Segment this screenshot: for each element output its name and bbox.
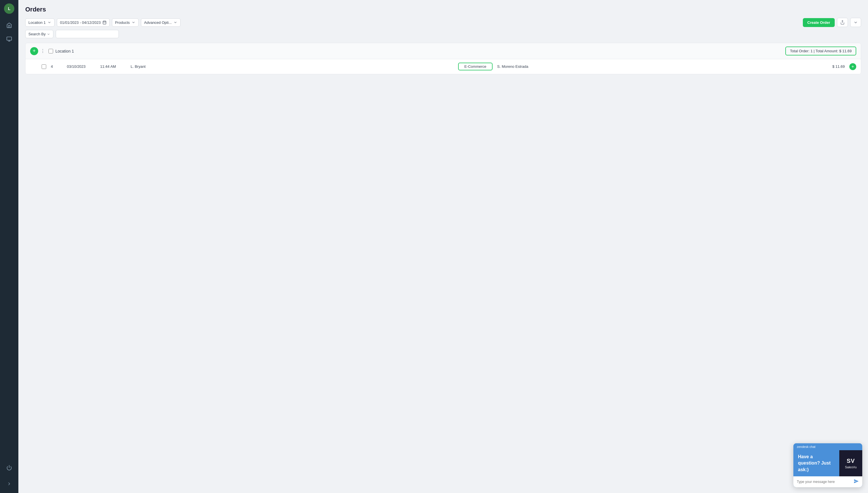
page-title: Orders <box>25 6 861 13</box>
search-by-label: Search By <box>28 32 46 36</box>
search-input[interactable] <box>56 30 119 38</box>
sidebar: L <box>0 0 18 493</box>
create-order-button[interactable]: Create Order <box>803 18 835 27</box>
total-summary-badge: Total Order: 1 | Total Amount: $ 11.69 <box>785 46 856 56</box>
calendar-icon <box>102 20 107 24</box>
dropdown-button[interactable] <box>850 18 861 27</box>
chat-logo-initials: SV <box>847 458 855 464</box>
order-employee: L. Bryant <box>131 64 454 69</box>
date-range-filter[interactable]: 01/01/2023 - 04/12/2023 <box>57 18 110 27</box>
chat-message-input[interactable] <box>797 480 851 484</box>
chevron-down-icon-search <box>47 33 50 36</box>
order-amount: $ 11.69 <box>825 64 845 69</box>
add-order-button[interactable]: + <box>30 47 38 55</box>
chat-message: Have a question? Just ask:) <box>793 450 839 476</box>
chat-brand-name: SalesVu <box>845 466 857 469</box>
search-by-select[interactable]: Search By <box>25 30 53 38</box>
dots-menu-icon[interactable]: ⋮ <box>41 48 45 54</box>
sidebar-expand-icon[interactable] <box>3 478 15 490</box>
order-time: 11:44 AM <box>100 64 126 69</box>
chevron-down-icon-advanced <box>174 20 177 24</box>
sidebar-item-home[interactable] <box>3 20 15 31</box>
products-filter[interactable]: Products <box>112 18 139 27</box>
svg-rect-4 <box>103 21 106 24</box>
svg-rect-0 <box>7 37 12 41</box>
order-date: 03/10/2023 <box>67 64 96 69</box>
location-group-header: + ⋮ Location 1 Total Order: 1 | Total Am… <box>26 43 861 59</box>
chat-send-button[interactable] <box>854 479 859 485</box>
search-bar: Search By <box>25 30 861 38</box>
order-id: 4 <box>51 64 62 69</box>
chat-logo[interactable]: SV SalesVu <box>839 450 862 476</box>
date-range-value: 01/01/2023 - 04/12/2023 <box>60 20 101 25</box>
order-select-checkbox[interactable] <box>42 64 46 69</box>
export-icon <box>840 20 845 25</box>
page-content-area: Orders Location 1 01/01/2023 - 04/12/202… <box>18 0 868 493</box>
chat-body: Have a question? Just ask:) SV SalesVu <box>793 450 862 476</box>
chat-header: zendesk chat <box>793 443 862 450</box>
orders-table: + ⋮ Location 1 Total Order: 1 | Total Am… <box>25 43 861 74</box>
advanced-options-filter[interactable]: Advanced Opti... <box>141 18 181 27</box>
chat-widget: zendesk chat Have a question? Just ask:)… <box>793 443 862 487</box>
sidebar-bottom <box>3 462 15 490</box>
sidebar-item-power[interactable] <box>3 462 15 473</box>
location-filter[interactable]: Location 1 <box>25 18 54 27</box>
chevron-down-icon <box>47 20 51 24</box>
table-row: 4 03/10/2023 11:44 AM L. Bryant E-Commer… <box>26 59 861 74</box>
chat-input-area <box>793 476 862 487</box>
user-avatar[interactable]: L <box>4 3 14 14</box>
products-filter-value: Products <box>115 20 130 25</box>
sidebar-item-monitor[interactable] <box>3 33 15 45</box>
filters-bar: Location 1 01/01/2023 - 04/12/2023 Produ… <box>25 18 861 27</box>
order-customer: S. Moreno Estrada <box>497 64 820 69</box>
chevron-down-icon-toolbar <box>853 20 858 25</box>
location-group-name: Location 1 <box>55 49 783 53</box>
send-icon <box>854 479 859 484</box>
order-type-badge: E-Commerce <box>458 63 493 70</box>
order-add-button[interactable]: + <box>849 63 856 70</box>
main-content: Orders Location 1 01/01/2023 - 04/12/202… <box>18 0 868 493</box>
advanced-filter-value: Advanced Opti... <box>144 20 172 25</box>
chevron-down-icon-products <box>132 20 136 24</box>
location-select-checkbox[interactable] <box>48 49 53 53</box>
location-filter-value: Location 1 <box>28 20 46 25</box>
export-button[interactable] <box>837 18 848 27</box>
